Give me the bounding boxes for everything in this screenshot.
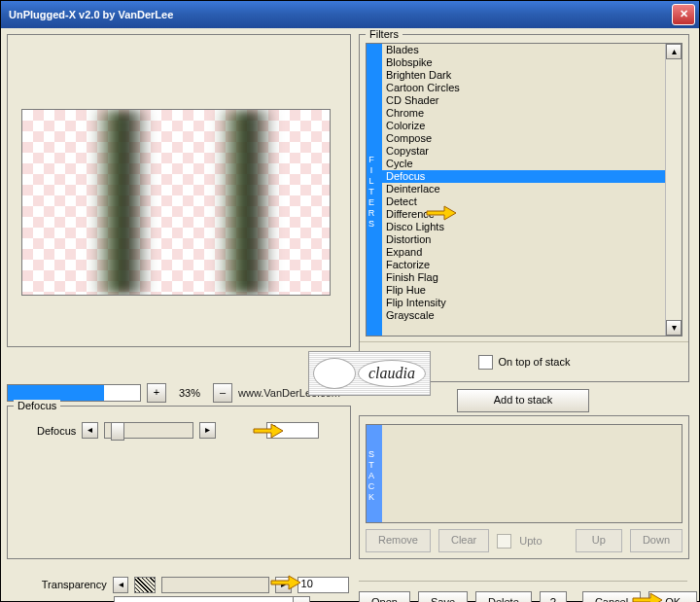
defocus-value-input[interactable]: 8: [266, 422, 319, 439]
transparency-slider[interactable]: [161, 577, 269, 593]
client-area: + 33% – www.VanDerLee.com Defocus Defocu…: [1, 28, 699, 601]
scroll-down-button[interactable]: ▾: [666, 320, 682, 336]
filter-item[interactable]: Flip Intensity: [382, 297, 665, 309]
defocus-label: Defocus: [37, 425, 76, 437]
stack-buttons: Remove Clear Upto Up Down: [366, 529, 682, 552]
watermark-text: claudia: [358, 360, 426, 387]
zoom-percent: 33%: [172, 387, 207, 399]
blend-row: Normal ▾: [7, 596, 349, 602]
titlebar: UnPlugged-X v2.0 by VanDerLee ✕: [1, 1, 699, 29]
filters-scrollbar[interactable]: ▴ ▾: [665, 44, 682, 336]
filters-group: Filters FILTERS BladesBlobspikeBrighten …: [359, 34, 689, 382]
zoom-in-button[interactable]: +: [147, 383, 166, 403]
globe-icon: [313, 358, 356, 389]
filter-item[interactable]: Copystar: [382, 145, 665, 158]
transparency-dec-button[interactable]: ◂: [113, 577, 129, 593]
chevron-down-icon: ▾: [293, 597, 309, 602]
app-window: UnPlugged-X v2.0 by VanDerLee ✕ + 33% – …: [0, 0, 700, 602]
filter-item[interactable]: Blades: [382, 44, 665, 56]
transparency-swatch: [134, 577, 156, 593]
blend-mode-combo[interactable]: Normal ▾: [114, 596, 310, 602]
filter-item[interactable]: Colorize: [382, 120, 665, 132]
filter-item[interactable]: Disco Lights: [382, 221, 665, 233]
transparency-row: Transparency ◂ ▸ 10: [7, 575, 349, 594]
preview-stripe: [217, 110, 275, 295]
transparency-label: Transparency: [7, 579, 107, 590]
remove-button[interactable]: Remove: [366, 529, 431, 552]
filter-item[interactable]: Compose: [382, 132, 665, 145]
defocus-inc-button[interactable]: ▸: [199, 422, 216, 439]
preview-panel: [7, 34, 351, 347]
filter-item[interactable]: Blobspike: [382, 56, 665, 69]
defocus-slider[interactable]: [104, 422, 193, 439]
filter-item[interactable]: Factorize: [382, 259, 665, 271]
transparency-checker: [22, 110, 330, 295]
down-button[interactable]: Down: [630, 529, 682, 552]
stack-listbox[interactable]: STACK: [366, 424, 682, 523]
on-top-label: On top of stack: [499, 356, 571, 368]
filter-item[interactable]: Expand: [382, 246, 665, 259]
defocus-group-title: Defocus: [14, 400, 60, 411]
transparency-value-input[interactable]: 10: [298, 577, 349, 593]
window-title: UnPlugged-X v2.0 by VanDerLee: [9, 9, 672, 20]
defocus-dec-button[interactable]: ◂: [82, 422, 98, 439]
watermark-logo: claudia: [308, 351, 431, 396]
filters-side-label: FILTERS: [367, 44, 382, 336]
filter-item[interactable]: Detect: [382, 195, 665, 208]
help-button[interactable]: ?: [540, 591, 567, 602]
filter-item[interactable]: Cartoon Circles: [382, 82, 665, 94]
filter-item[interactable]: Cycle: [382, 158, 665, 170]
transparency-inc-button[interactable]: ▸: [275, 577, 292, 593]
preview-stripe: [92, 110, 151, 295]
save-button[interactable]: Save: [418, 591, 468, 602]
close-button[interactable]: ✕: [672, 4, 695, 25]
delete-button[interactable]: Delete: [475, 591, 532, 602]
defocus-group: Defocus Defocus ◂ ▸ 8: [7, 406, 351, 559]
filter-item[interactable]: Finish Flag: [382, 271, 665, 284]
cancel-button[interactable]: Cancel: [582, 591, 641, 602]
filters-group-title: Filters: [366, 28, 402, 40]
upto-checkbox[interactable]: [497, 534, 511, 549]
filter-item[interactable]: CD Shader: [382, 94, 665, 107]
ok-button[interactable]: OK: [648, 591, 697, 602]
upto-label: Upto: [519, 535, 542, 547]
add-to-stack-button[interactable]: Add to stack: [457, 389, 589, 412]
on-top-checkbox[interactable]: [478, 355, 493, 370]
clear-button[interactable]: Clear: [438, 529, 489, 552]
open-button[interactable]: Open: [359, 591, 410, 602]
filter-item[interactable]: Grayscale: [382, 309, 665, 322]
dialog-buttons: Open Save Delete ? Cancel OK: [359, 590, 687, 602]
preview-image[interactable]: [21, 109, 331, 296]
up-button[interactable]: Up: [576, 529, 622, 552]
zoom-out-button[interactable]: –: [213, 383, 232, 403]
filter-item[interactable]: Chrome: [382, 107, 665, 120]
filter-item[interactable]: Flip Hue: [382, 284, 665, 297]
filter-item[interactable]: Difference: [382, 208, 665, 221]
stack-group: STACK Remove Clear Upto Up Down: [359, 415, 689, 559]
filter-item[interactable]: Deinterlace: [382, 183, 665, 195]
stack-side-label: STACK: [367, 425, 382, 522]
filter-item[interactable]: Distortion: [382, 233, 665, 246]
scroll-up-button[interactable]: ▴: [666, 44, 682, 59]
filter-item[interactable]: Brighten Dark: [382, 69, 665, 82]
filter-item[interactable]: Defocus: [382, 170, 665, 183]
filters-listbox[interactable]: FILTERS BladesBlobspikeBrighten DarkCart…: [366, 43, 682, 336]
